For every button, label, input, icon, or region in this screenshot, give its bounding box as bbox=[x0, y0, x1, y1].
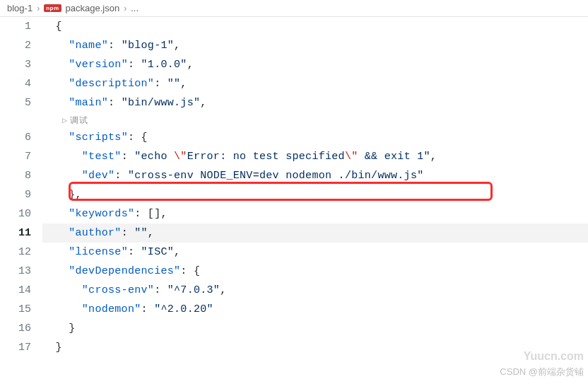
code-line[interactable]: "cross-env": "^7.0.3", bbox=[42, 281, 588, 300]
code-line[interactable]: "license": "ISC", bbox=[42, 243, 588, 262]
line-number: 13 bbox=[0, 262, 31, 281]
line-number: 9 bbox=[0, 185, 31, 204]
line-number: 17 bbox=[0, 338, 31, 357]
code-area[interactable]: { "name": "blog-1", "version": "1.0.0", … bbox=[42, 17, 588, 357]
code-line[interactable]: "main": "bin/www.js", bbox=[42, 93, 588, 112]
code-line[interactable]: "author": "", bbox=[42, 223, 588, 243]
code-line[interactable]: "dev": "cross-env NODE_ENV=dev nodemon .… bbox=[42, 166, 588, 185]
watermark-yuucn: Yuucn.com bbox=[524, 350, 584, 363]
line-number: 16 bbox=[0, 319, 31, 338]
chevron-right-icon: › bbox=[124, 4, 127, 13]
breadcrumb-folder[interactable]: blog-1 bbox=[7, 3, 33, 13]
line-number: 10 bbox=[0, 204, 31, 223]
code-line[interactable]: }, bbox=[42, 185, 588, 204]
line-number: 15 bbox=[0, 300, 31, 319]
line-number: 2 bbox=[0, 36, 31, 55]
editor[interactable]: 1 2 3 4 5 6 7 8 9 10 11 12 13 14 15 16 1… bbox=[0, 17, 588, 357]
line-number-gutter: 1 2 3 4 5 6 7 8 9 10 11 12 13 14 15 16 1… bbox=[0, 17, 42, 357]
breadcrumb-ellipsis[interactable]: ... bbox=[131, 3, 139, 13]
line-number: 8 bbox=[0, 166, 31, 185]
code-line[interactable]: "name": "blog-1", bbox=[42, 36, 588, 55]
codelens-debug[interactable]: ▷调试 bbox=[42, 112, 588, 128]
code-line[interactable]: "version": "1.0.0", bbox=[42, 55, 588, 74]
line-number: 11 bbox=[0, 223, 31, 243]
code-line[interactable]: } bbox=[42, 338, 588, 357]
line-number: 12 bbox=[0, 243, 31, 262]
breadcrumb-file[interactable]: package.json bbox=[66, 3, 120, 13]
code-line[interactable]: } bbox=[42, 319, 588, 338]
watermark-csdn: CSDN @前端杂货铺 bbox=[500, 366, 584, 378]
code-line[interactable]: "test": "echo \"Error: no test specified… bbox=[42, 147, 588, 166]
line-number: 6 bbox=[0, 128, 31, 147]
play-icon: ▷ bbox=[62, 112, 67, 128]
line-number: 3 bbox=[0, 55, 31, 74]
line-number: 4 bbox=[0, 74, 31, 93]
breadcrumb: blog-1 › npm package.json › ... bbox=[0, 0, 588, 17]
code-line[interactable]: "devDependencies": { bbox=[42, 262, 588, 281]
code-line[interactable]: "nodemon": "^2.0.20" bbox=[42, 300, 588, 319]
line-number: 14 bbox=[0, 281, 31, 300]
code-line[interactable]: "scripts": { bbox=[42, 128, 588, 147]
line-number: 1 bbox=[0, 17, 31, 36]
code-line[interactable]: "keywords": [], bbox=[42, 204, 588, 223]
line-number bbox=[0, 112, 31, 128]
npm-icon: npm bbox=[44, 4, 61, 12]
line-number: 7 bbox=[0, 147, 31, 166]
code-line[interactable]: "description": "", bbox=[42, 74, 588, 93]
chevron-right-icon: › bbox=[37, 4, 40, 13]
line-number: 5 bbox=[0, 93, 31, 112]
code-line[interactable]: { bbox=[42, 17, 588, 36]
